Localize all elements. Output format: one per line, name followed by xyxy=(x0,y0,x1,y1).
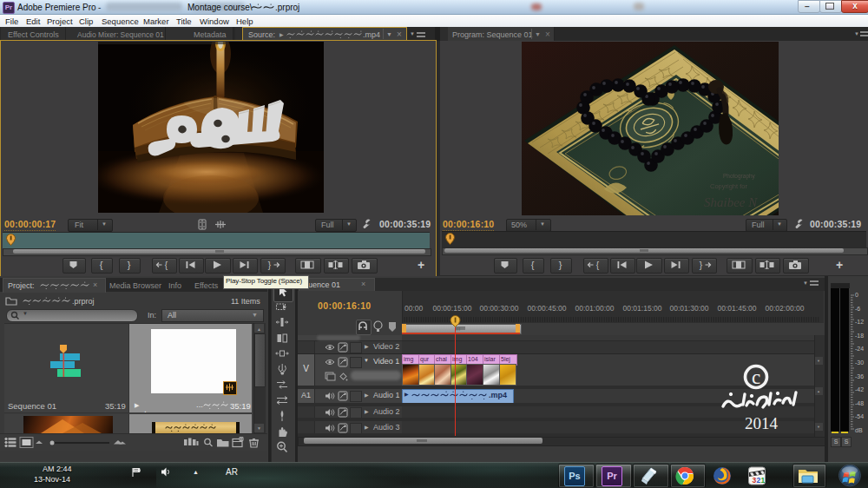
svg-text:{: { xyxy=(100,260,103,270)
svg-text:{: { xyxy=(531,260,535,270)
svg-text:Shaibee N: Shaibee N xyxy=(704,195,758,209)
svg-text:}: } xyxy=(559,260,562,270)
svg-text:{: { xyxy=(596,260,600,270)
svg-text:}: } xyxy=(128,260,131,270)
svg-text:Copyright for: Copyright for xyxy=(710,182,747,190)
svg-text:}: } xyxy=(268,260,272,270)
svg-text:1: 1 xyxy=(761,476,766,485)
svg-text:Photography: Photography xyxy=(723,173,756,180)
svg-text:}: } xyxy=(700,260,703,270)
svg-text:c: c xyxy=(752,366,760,388)
svg-text:{: { xyxy=(165,260,168,270)
svg-text:2014: 2014 xyxy=(745,414,779,432)
